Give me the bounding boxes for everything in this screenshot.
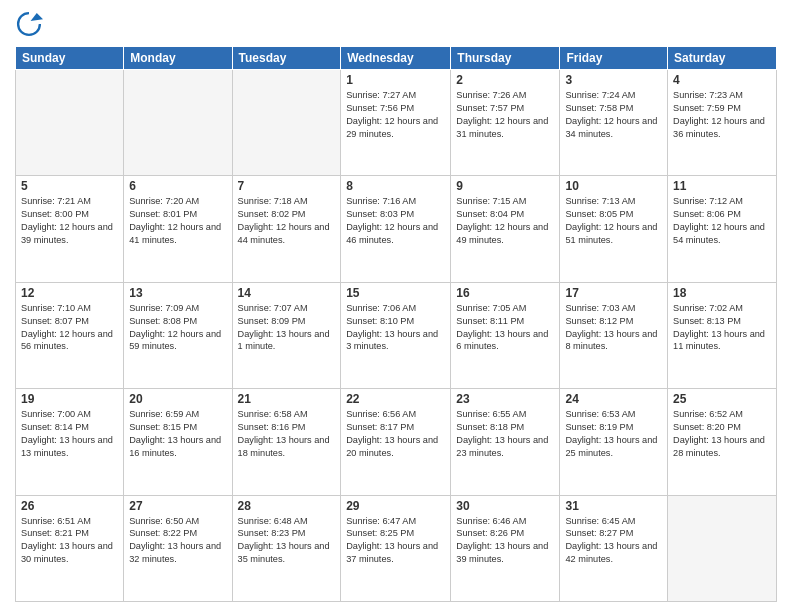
day-cell: 27Sunrise: 6:50 AM Sunset: 8:22 PM Dayli…: [124, 495, 232, 601]
day-info: Sunrise: 7:24 AM Sunset: 7:58 PM Dayligh…: [565, 89, 662, 141]
day-info: Sunrise: 6:52 AM Sunset: 8:20 PM Dayligh…: [673, 408, 771, 460]
day-number: 24: [565, 392, 662, 406]
day-cell: 19Sunrise: 7:00 AM Sunset: 8:14 PM Dayli…: [16, 389, 124, 495]
day-cell: 21Sunrise: 6:58 AM Sunset: 8:16 PM Dayli…: [232, 389, 341, 495]
day-cell: 4Sunrise: 7:23 AM Sunset: 7:59 PM Daylig…: [668, 70, 777, 176]
day-cell: 29Sunrise: 6:47 AM Sunset: 8:25 PM Dayli…: [341, 495, 451, 601]
day-number: 26: [21, 499, 118, 513]
day-info: Sunrise: 7:13 AM Sunset: 8:05 PM Dayligh…: [565, 195, 662, 247]
day-cell: 20Sunrise: 6:59 AM Sunset: 8:15 PM Dayli…: [124, 389, 232, 495]
day-cell: [124, 70, 232, 176]
day-info: Sunrise: 7:18 AM Sunset: 8:02 PM Dayligh…: [238, 195, 336, 247]
day-cell: 22Sunrise: 6:56 AM Sunset: 8:17 PM Dayli…: [341, 389, 451, 495]
day-number: 31: [565, 499, 662, 513]
day-number: 15: [346, 286, 445, 300]
day-info: Sunrise: 6:58 AM Sunset: 8:16 PM Dayligh…: [238, 408, 336, 460]
day-info: Sunrise: 6:45 AM Sunset: 8:27 PM Dayligh…: [565, 515, 662, 567]
day-cell: 18Sunrise: 7:02 AM Sunset: 8:13 PM Dayli…: [668, 282, 777, 388]
day-info: Sunrise: 7:05 AM Sunset: 8:11 PM Dayligh…: [456, 302, 554, 354]
day-cell: 10Sunrise: 7:13 AM Sunset: 8:05 PM Dayli…: [560, 176, 668, 282]
day-cell: 3Sunrise: 7:24 AM Sunset: 7:58 PM Daylig…: [560, 70, 668, 176]
day-info: Sunrise: 7:07 AM Sunset: 8:09 PM Dayligh…: [238, 302, 336, 354]
week-row-2: 5Sunrise: 7:21 AM Sunset: 8:00 PM Daylig…: [16, 176, 777, 282]
day-cell: [16, 70, 124, 176]
day-info: Sunrise: 7:27 AM Sunset: 7:56 PM Dayligh…: [346, 89, 445, 141]
day-info: Sunrise: 6:51 AM Sunset: 8:21 PM Dayligh…: [21, 515, 118, 567]
day-cell: 6Sunrise: 7:20 AM Sunset: 8:01 PM Daylig…: [124, 176, 232, 282]
day-number: 1: [346, 73, 445, 87]
day-number: 17: [565, 286, 662, 300]
day-cell: 26Sunrise: 6:51 AM Sunset: 8:21 PM Dayli…: [16, 495, 124, 601]
logo: [15, 10, 47, 38]
day-number: 21: [238, 392, 336, 406]
day-cell: 16Sunrise: 7:05 AM Sunset: 8:11 PM Dayli…: [451, 282, 560, 388]
weekday-header-sunday: Sunday: [16, 47, 124, 70]
day-number: 30: [456, 499, 554, 513]
day-number: 13: [129, 286, 226, 300]
day-number: 2: [456, 73, 554, 87]
day-cell: 25Sunrise: 6:52 AM Sunset: 8:20 PM Dayli…: [668, 389, 777, 495]
day-info: Sunrise: 7:15 AM Sunset: 8:04 PM Dayligh…: [456, 195, 554, 247]
weekday-header-tuesday: Tuesday: [232, 47, 341, 70]
day-number: 28: [238, 499, 336, 513]
week-row-1: 1Sunrise: 7:27 AM Sunset: 7:56 PM Daylig…: [16, 70, 777, 176]
day-info: Sunrise: 6:46 AM Sunset: 8:26 PM Dayligh…: [456, 515, 554, 567]
day-cell: 5Sunrise: 7:21 AM Sunset: 8:00 PM Daylig…: [16, 176, 124, 282]
day-cell: 8Sunrise: 7:16 AM Sunset: 8:03 PM Daylig…: [341, 176, 451, 282]
day-number: 12: [21, 286, 118, 300]
day-number: 14: [238, 286, 336, 300]
day-cell: 11Sunrise: 7:12 AM Sunset: 8:06 PM Dayli…: [668, 176, 777, 282]
day-info: Sunrise: 6:50 AM Sunset: 8:22 PM Dayligh…: [129, 515, 226, 567]
day-number: 10: [565, 179, 662, 193]
day-cell: 17Sunrise: 7:03 AM Sunset: 8:12 PM Dayli…: [560, 282, 668, 388]
day-number: 11: [673, 179, 771, 193]
day-number: 5: [21, 179, 118, 193]
day-cell: 23Sunrise: 6:55 AM Sunset: 8:18 PM Dayli…: [451, 389, 560, 495]
weekday-header-row: SundayMondayTuesdayWednesdayThursdayFrid…: [16, 47, 777, 70]
day-info: Sunrise: 7:16 AM Sunset: 8:03 PM Dayligh…: [346, 195, 445, 247]
day-cell: 7Sunrise: 7:18 AM Sunset: 8:02 PM Daylig…: [232, 176, 341, 282]
day-number: 18: [673, 286, 771, 300]
day-number: 27: [129, 499, 226, 513]
day-cell: 12Sunrise: 7:10 AM Sunset: 8:07 PM Dayli…: [16, 282, 124, 388]
day-info: Sunrise: 6:55 AM Sunset: 8:18 PM Dayligh…: [456, 408, 554, 460]
logo-icon: [15, 10, 43, 38]
day-number: 29: [346, 499, 445, 513]
day-cell: 13Sunrise: 7:09 AM Sunset: 8:08 PM Dayli…: [124, 282, 232, 388]
day-number: 20: [129, 392, 226, 406]
day-info: Sunrise: 7:10 AM Sunset: 8:07 PM Dayligh…: [21, 302, 118, 354]
day-number: 9: [456, 179, 554, 193]
day-info: Sunrise: 7:21 AM Sunset: 8:00 PM Dayligh…: [21, 195, 118, 247]
day-info: Sunrise: 6:56 AM Sunset: 8:17 PM Dayligh…: [346, 408, 445, 460]
day-info: Sunrise: 7:00 AM Sunset: 8:14 PM Dayligh…: [21, 408, 118, 460]
day-cell: 15Sunrise: 7:06 AM Sunset: 8:10 PM Dayli…: [341, 282, 451, 388]
day-info: Sunrise: 7:09 AM Sunset: 8:08 PM Dayligh…: [129, 302, 226, 354]
weekday-header-monday: Monday: [124, 47, 232, 70]
day-cell: 30Sunrise: 6:46 AM Sunset: 8:26 PM Dayli…: [451, 495, 560, 601]
weekday-header-wednesday: Wednesday: [341, 47, 451, 70]
day-cell: [668, 495, 777, 601]
week-row-5: 26Sunrise: 6:51 AM Sunset: 8:21 PM Dayli…: [16, 495, 777, 601]
day-info: Sunrise: 6:59 AM Sunset: 8:15 PM Dayligh…: [129, 408, 226, 460]
day-cell: 24Sunrise: 6:53 AM Sunset: 8:19 PM Dayli…: [560, 389, 668, 495]
day-number: 23: [456, 392, 554, 406]
weekday-header-saturday: Saturday: [668, 47, 777, 70]
day-info: Sunrise: 7:23 AM Sunset: 7:59 PM Dayligh…: [673, 89, 771, 141]
weekday-header-friday: Friday: [560, 47, 668, 70]
day-number: 16: [456, 286, 554, 300]
day-cell: 31Sunrise: 6:45 AM Sunset: 8:27 PM Dayli…: [560, 495, 668, 601]
day-number: 7: [238, 179, 336, 193]
day-info: Sunrise: 6:53 AM Sunset: 8:19 PM Dayligh…: [565, 408, 662, 460]
day-number: 8: [346, 179, 445, 193]
day-number: 22: [346, 392, 445, 406]
day-number: 4: [673, 73, 771, 87]
day-info: Sunrise: 7:26 AM Sunset: 7:57 PM Dayligh…: [456, 89, 554, 141]
week-row-4: 19Sunrise: 7:00 AM Sunset: 8:14 PM Dayli…: [16, 389, 777, 495]
day-info: Sunrise: 7:03 AM Sunset: 8:12 PM Dayligh…: [565, 302, 662, 354]
day-number: 19: [21, 392, 118, 406]
day-cell: 14Sunrise: 7:07 AM Sunset: 8:09 PM Dayli…: [232, 282, 341, 388]
page: SundayMondayTuesdayWednesdayThursdayFrid…: [0, 0, 792, 612]
day-info: Sunrise: 7:06 AM Sunset: 8:10 PM Dayligh…: [346, 302, 445, 354]
day-info: Sunrise: 6:48 AM Sunset: 8:23 PM Dayligh…: [238, 515, 336, 567]
day-cell: 1Sunrise: 7:27 AM Sunset: 7:56 PM Daylig…: [341, 70, 451, 176]
